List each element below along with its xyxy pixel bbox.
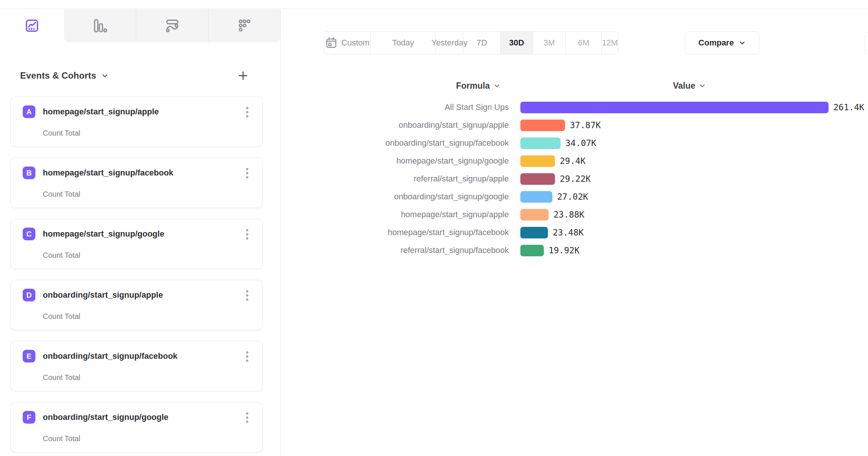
clipped-edge-button[interactable] bbox=[864, 32, 868, 54]
event-letter-badge: B bbox=[23, 167, 35, 179]
sidebar: Events & Cohorts A homepage/start_signup… bbox=[0, 9, 281, 456]
chevron-down-icon[interactable] bbox=[101, 72, 109, 80]
event-letter-badge: F bbox=[23, 411, 35, 424]
series-bar[interactable] bbox=[520, 209, 549, 221]
tab-insights[interactable] bbox=[0, 9, 64, 42]
series-value: 23.48K bbox=[553, 228, 584, 237]
compare-button[interactable]: Compare bbox=[685, 31, 759, 54]
line-chart-icon bbox=[25, 19, 39, 33]
series-bar[interactable] bbox=[520, 155, 555, 167]
date-range-label: Custom bbox=[341, 38, 370, 48]
event-card[interactable]: D onboarding/start_signup/apple Count To… bbox=[10, 280, 263, 330]
date-range-segment[interactable]: Today bbox=[370, 32, 435, 54]
formula-header-label: Formula bbox=[456, 81, 490, 91]
series-bar[interactable] bbox=[520, 245, 544, 256]
chart-rows: All Start Sign Ups 261.4K onboarding/sta… bbox=[281, 98, 868, 259]
chart-row: All Start Sign Ups 261.4K bbox=[281, 98, 868, 116]
date-range-label: 3M bbox=[543, 38, 555, 48]
chevron-down-icon bbox=[699, 82, 706, 89]
event-metric: Count Total bbox=[43, 312, 80, 321]
retention-dots-icon bbox=[237, 19, 252, 33]
formula-column-header[interactable]: Formula bbox=[281, 81, 509, 91]
date-range-segment[interactable]: 12M bbox=[601, 32, 618, 54]
event-name: homepage/start_signup/apple bbox=[43, 107, 159, 117]
event-name: onboarding/start_signup/apple bbox=[43, 290, 163, 300]
series-value: 27.02K bbox=[557, 192, 588, 202]
bar-chart-icon bbox=[93, 19, 107, 33]
top-strip bbox=[0, 0, 868, 9]
chart-row: onboarding/start_signup/facebook 34.07K bbox=[281, 134, 868, 152]
series-bar[interactable] bbox=[520, 227, 548, 238]
series-value: 29.22K bbox=[560, 174, 591, 184]
series-bar[interactable] bbox=[520, 102, 829, 113]
event-name: homepage/start_signup/google bbox=[43, 229, 164, 239]
series-label: onboarding/start_signup/google bbox=[281, 192, 509, 202]
report-type-tabbar bbox=[0, 9, 280, 42]
date-range-segment[interactable]: Custom bbox=[324, 32, 370, 54]
event-metric: Count Total bbox=[43, 373, 80, 382]
event-name: onboarding/start_signup/facebook bbox=[43, 351, 178, 361]
event-card[interactable]: F onboarding/start_signup/google Count T… bbox=[10, 402, 263, 452]
date-range-label: 7D bbox=[476, 38, 487, 48]
chevron-down-icon bbox=[493, 82, 501, 89]
tab-retention[interactable] bbox=[208, 9, 280, 42]
series-value: 261.4K bbox=[833, 102, 864, 112]
event-metric: Count Total bbox=[43, 251, 80, 260]
kebab-menu-icon[interactable] bbox=[242, 350, 252, 363]
chart-column-headers: Formula Value bbox=[281, 77, 868, 95]
tab-funnels[interactable] bbox=[64, 9, 136, 42]
event-letter-badge: A bbox=[23, 105, 35, 118]
chart-row: onboarding/start_signup/google 27.02K bbox=[281, 188, 868, 206]
tab-flows[interactable] bbox=[136, 9, 208, 42]
chart-row: homepage/start_signup/facebook 23.48K bbox=[281, 224, 868, 241]
series-label: homepage/start_signup/google bbox=[281, 156, 509, 166]
series-bar[interactable] bbox=[520, 137, 561, 149]
event-metric: Count Total bbox=[43, 434, 80, 443]
date-range-segment[interactable]: Yesterday bbox=[435, 32, 463, 54]
event-metric: Count Total bbox=[43, 129, 80, 137]
series-bar[interactable] bbox=[520, 173, 555, 185]
kebab-menu-icon[interactable] bbox=[242, 289, 252, 302]
event-card[interactable]: B homepage/start_signup/facebook Count T… bbox=[10, 158, 263, 208]
event-letter-badge: E bbox=[23, 350, 35, 362]
event-card[interactable]: E onboarding/start_signup/facebook Count… bbox=[10, 341, 263, 391]
main-panel: Custom Today Yesterday 7D bbox=[281, 9, 868, 456]
event-letter-badge: D bbox=[23, 289, 35, 301]
date-range-segment[interactable]: 6M bbox=[565, 32, 601, 54]
kebab-menu-icon[interactable] bbox=[242, 228, 252, 241]
series-value: 29.4K bbox=[560, 156, 585, 166]
date-range-segment[interactable]: 3M bbox=[533, 32, 565, 54]
chevron-down-icon bbox=[738, 39, 746, 47]
series-value: 34.07K bbox=[565, 138, 596, 148]
value-column-header[interactable]: Value bbox=[673, 81, 706, 91]
kebab-menu-icon[interactable] bbox=[242, 167, 252, 180]
tab-group-unselected bbox=[64, 9, 280, 42]
date-range-segment[interactable]: 7D bbox=[463, 32, 500, 54]
events-cohorts-header: Events & Cohorts bbox=[0, 67, 263, 85]
add-event-button[interactable] bbox=[237, 70, 249, 81]
date-range-segment[interactable]: 30D bbox=[500, 32, 533, 54]
event-name: onboarding/start_signup/google bbox=[43, 412, 168, 422]
event-name: homepage/start_signup/facebook bbox=[43, 168, 173, 178]
series-label: referral/start_signup/facebook bbox=[281, 246, 509, 255]
event-card[interactable]: C homepage/start_signup/google Count Tot… bbox=[10, 219, 263, 269]
date-range-label: 30D bbox=[509, 38, 524, 48]
chart-row: referral/start_signup/facebook 19.92K bbox=[281, 241, 868, 259]
event-card[interactable]: A homepage/start_signup/apple Count Tota… bbox=[10, 96, 263, 147]
chart-row: onboarding/start_signup/apple 37.87K bbox=[281, 116, 868, 134]
kebab-menu-icon[interactable] bbox=[242, 411, 252, 424]
events-cohorts-title: Events & Cohorts bbox=[20, 70, 96, 81]
series-bar[interactable] bbox=[520, 191, 552, 203]
series-value: 37.87K bbox=[570, 120, 601, 130]
event-metric: Count Total bbox=[43, 190, 80, 199]
value-header-label: Value bbox=[673, 81, 695, 91]
date-range-label: 12M bbox=[602, 38, 618, 48]
compare-label: Compare bbox=[698, 38, 734, 48]
bar-chart: Formula Value All Start Sign Ups 26 bbox=[281, 77, 868, 259]
chart-row: referral/start_signup/apple 29.22K bbox=[281, 170, 868, 188]
series-bar[interactable] bbox=[520, 120, 565, 131]
kebab-menu-icon[interactable] bbox=[242, 106, 252, 118]
series-label: All Start Sign Ups bbox=[281, 102, 509, 112]
calendar-icon bbox=[325, 37, 338, 49]
date-range-label: Today bbox=[392, 38, 414, 48]
